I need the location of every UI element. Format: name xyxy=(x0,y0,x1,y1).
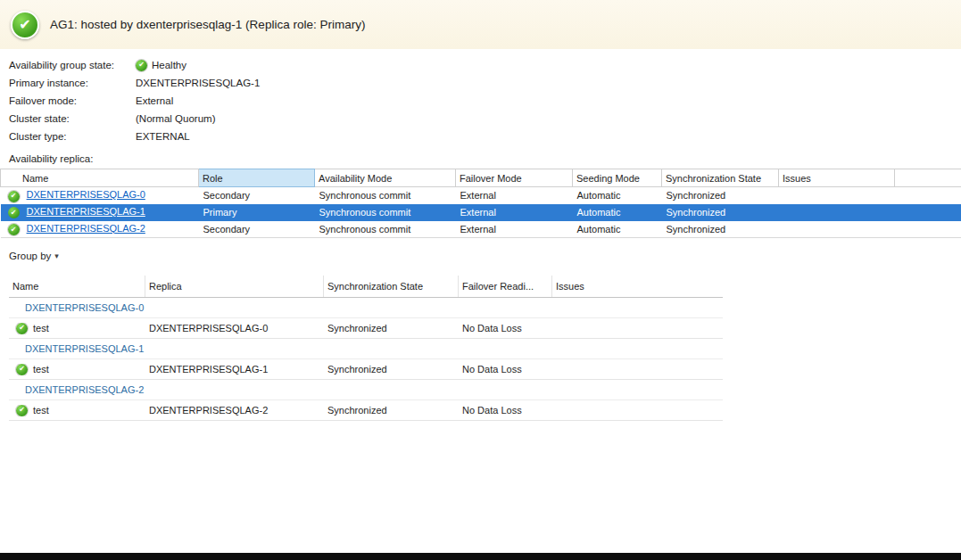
row-filler xyxy=(895,221,961,238)
database-name: test xyxy=(33,323,49,334)
summary-row: Failover mode: External xyxy=(9,92,961,110)
replica-seeding-mode: Automatic xyxy=(573,187,662,204)
column-header-synchronization-state[interactable]: Synchronization State xyxy=(324,276,459,297)
database-sync-state: Synchronized xyxy=(324,364,459,375)
row-filler xyxy=(895,187,961,204)
column-header-name[interactable]: Name xyxy=(1,169,199,187)
dashboard-header: ✔ AG1: hosted by dxenterprisesqlag-1 (Re… xyxy=(0,0,961,49)
summary-row: Availability group state: ✔ Healthy xyxy=(9,56,961,74)
availability-replica-label: Availability replica: xyxy=(9,153,961,164)
replica-name-link[interactable]: DXENTERPRISESQLAG-1 xyxy=(27,206,145,217)
ok-status-icon: ✔ xyxy=(8,191,20,202)
summary-label: Availability group state: xyxy=(9,60,130,70)
healthy-check-icon: ✔ xyxy=(136,60,147,71)
group-header-row[interactable]: DXENTERPRISESQLAG-2 xyxy=(9,380,723,400)
database-row[interactable]: ✔ test DXENTERPRISESQLAG-2 Synchronized … xyxy=(9,400,723,421)
replica-seeding-mode: Automatic xyxy=(573,204,662,221)
replica-name-link[interactable]: DXENTERPRISESQLAG-0 xyxy=(27,189,145,200)
column-header-failover-readiness[interactable]: Failover Readi... xyxy=(459,276,552,297)
database-failover-readiness: No Data Loss xyxy=(459,323,552,334)
summary-panel: Availability group state: ✔ Healthy Prim… xyxy=(0,49,961,145)
database-sync-state: Synchronized xyxy=(324,323,459,334)
column-header-seeding-mode[interactable]: Seeding Mode xyxy=(573,169,662,187)
summary-label: Cluster type: xyxy=(9,131,130,142)
database-row[interactable]: ✔ test DXENTERPRISESQLAG-0 Synchronized … xyxy=(9,318,723,339)
availability-replica-table: Name Role Availability Mode Failover Mod… xyxy=(0,169,961,238)
ag-dashboard: ✔ AG1: hosted by dxenterprisesqlag-1 (Re… xyxy=(0,0,961,560)
replica-seeding-mode: Automatic xyxy=(573,221,662,238)
summary-row: Primary instance: DXENTERPRISESQLAG-1 xyxy=(9,74,961,92)
summary-label: Failover mode: xyxy=(9,95,130,106)
replica-role: Secondary xyxy=(199,187,315,204)
column-header-issues[interactable]: Issues xyxy=(552,276,723,297)
row-filler xyxy=(895,204,961,221)
ok-status-icon: ✔ xyxy=(16,405,28,416)
summary-value: (Normal Quorum) xyxy=(136,113,215,124)
column-header-role[interactable]: Role xyxy=(199,169,315,187)
replica-sync-state: Synchronized xyxy=(662,221,779,238)
replica-role: Secondary xyxy=(199,221,315,238)
replica-availability-mode: Synchronous commit xyxy=(315,187,456,204)
database-sync-state: Synchronized xyxy=(324,405,459,416)
summary-value: Healthy xyxy=(152,60,186,70)
replica-role: Primary xyxy=(199,204,315,221)
summary-row: Cluster type: EXTERNAL xyxy=(9,128,961,145)
column-header-failover-mode[interactable]: Failover Mode xyxy=(456,169,573,187)
replica-failover-mode: External xyxy=(456,187,573,204)
summary-label: Primary instance: xyxy=(9,78,130,88)
database-row[interactable]: ✔ test DXENTERPRISESQLAG-1 Synchronized … xyxy=(9,359,723,380)
replica-row[interactable]: ✔ DXENTERPRISESQLAG-0 Secondary Synchron… xyxy=(1,187,961,204)
database-replica: DXENTERPRISESQLAG-0 xyxy=(145,323,324,334)
ok-status-icon: ✔ xyxy=(16,364,28,375)
database-failover-readiness: No Data Loss xyxy=(459,405,552,416)
replica-sync-state: Synchronized xyxy=(662,204,779,221)
ok-status-icon: ✔ xyxy=(8,224,20,235)
replica-row-selected[interactable]: ✔ DXENTERPRISESQLAG-1 Primary Synchronou… xyxy=(1,204,961,221)
replica-table-header-row: Name Role Availability Mode Failover Mod… xyxy=(1,169,961,187)
column-header-availability-mode[interactable]: Availability Mode xyxy=(315,169,456,187)
replica-failover-mode: External xyxy=(456,221,573,238)
group-by-dropdown[interactable]: Group by ▾ xyxy=(9,251,59,261)
column-header-name[interactable]: Name xyxy=(9,276,145,297)
replica-sync-state: Synchronized xyxy=(662,187,779,204)
group-name: DXENTERPRISESQLAG-1 xyxy=(9,343,723,354)
taskbar-strip xyxy=(0,553,961,560)
replica-failover-mode: External xyxy=(456,204,573,221)
database-grid-header: Name Replica Synchronization State Failo… xyxy=(9,276,723,298)
summary-value: EXTERNAL xyxy=(136,131,190,142)
summary-label: Cluster state: xyxy=(9,113,130,124)
summary-value: DXENTERPRISESQLAG-1 xyxy=(136,78,260,88)
column-header-synchronization-state[interactable]: Synchronization State xyxy=(662,169,779,187)
summary-row: Cluster state: (Normal Quorum) xyxy=(9,110,961,128)
group-by-label: Group by xyxy=(9,251,51,261)
database-name: test xyxy=(33,364,49,375)
group-header-row[interactable]: DXENTERPRISESQLAG-0 xyxy=(9,298,723,318)
ok-status-icon: ✔ xyxy=(16,323,28,334)
database-name: test xyxy=(33,405,49,416)
replica-issues xyxy=(779,187,895,204)
database-grid: Name Replica Synchronization State Failo… xyxy=(9,276,723,421)
group-header-row[interactable]: DXENTERPRISESQLAG-1 xyxy=(9,339,723,359)
database-replica: DXENTERPRISESQLAG-2 xyxy=(145,405,324,416)
page-title: AG1: hosted by dxenterprisesqlag-1 (Repl… xyxy=(50,18,365,31)
summary-value: External xyxy=(136,95,173,106)
column-header-filler xyxy=(895,169,961,187)
group-name: DXENTERPRISESQLAG-2 xyxy=(9,384,723,395)
healthy-check-icon: ✔ xyxy=(11,11,39,39)
group-name: DXENTERPRISESQLAG-0 xyxy=(9,302,723,313)
column-header-replica[interactable]: Replica xyxy=(145,276,324,297)
chevron-down-icon: ▾ xyxy=(54,251,59,260)
database-failover-readiness: No Data Loss xyxy=(459,364,552,375)
replica-availability-mode: Synchronous commit xyxy=(315,221,456,238)
replica-issues xyxy=(779,204,895,221)
replica-availability-mode: Synchronous commit xyxy=(315,204,456,221)
replica-name-link[interactable]: DXENTERPRISESQLAG-2 xyxy=(27,223,145,234)
column-header-issues[interactable]: Issues xyxy=(779,169,895,187)
ok-status-icon: ✔ xyxy=(8,207,20,218)
replica-row[interactable]: ✔ DXENTERPRISESQLAG-2 Secondary Synchron… xyxy=(1,221,961,238)
replica-issues xyxy=(779,221,895,238)
database-replica: DXENTERPRISESQLAG-1 xyxy=(145,364,324,375)
